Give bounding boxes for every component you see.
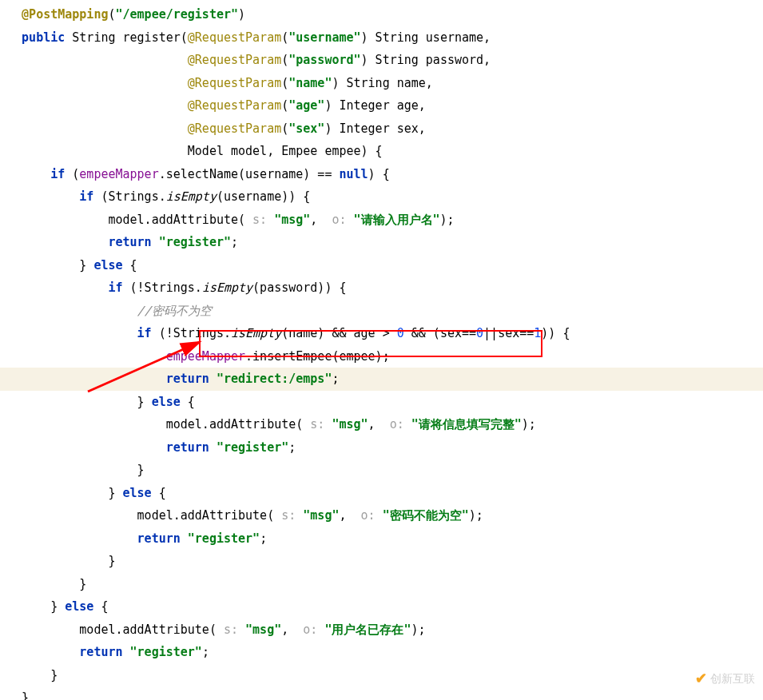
code-block: @PostMapping("/empee/register") public S… [0, 0, 763, 700]
watermark: 创新互联 [695, 665, 755, 692]
watermark-text: 创新互联 [710, 668, 755, 690]
watermark-logo-icon [695, 665, 707, 692]
annotation: @PostMapping [22, 7, 108, 22]
